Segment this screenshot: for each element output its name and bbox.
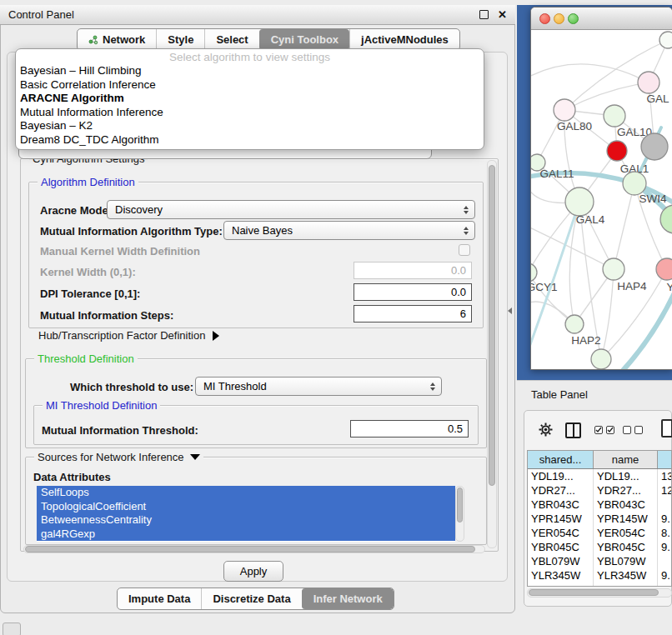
table-cell[interactable]: 9.: [658, 568, 672, 582]
table-cell[interactable]: YBL079W: [594, 554, 658, 568]
column-header-name[interactable]: name: [594, 451, 658, 468]
network-node-unlabeled-bottom[interactable]: [591, 349, 611, 369]
table-cell[interactable]: 9.: [658, 512, 672, 526]
network-edge[interactable]: [564, 82, 649, 110]
table-cell[interactable]: YIL053C: [528, 582, 594, 587]
table-cell[interactable]: YPR145W: [528, 512, 594, 526]
network-canvas[interactable]: GALGAL80GAL10GAL1GAL11SWI4GAL4GCY1HAP4YH…: [531, 29, 672, 370]
attribute-item[interactable]: SelfLoops: [37, 486, 455, 500]
table-row[interactable]: YBR043CYBR043C: [528, 498, 671, 512]
network-node-gal4[interactable]: [565, 188, 594, 216]
aracne-mode-combobox[interactable]: Discovery: [107, 200, 475, 219]
attribute-item[interactable]: gal4RGexp: [37, 528, 455, 542]
table-cell[interactable]: YBR043C: [594, 498, 658, 512]
table-row[interactable]: YPR145WYPR145W9.: [528, 512, 671, 526]
network-node-gal-partial[interactable]: [638, 72, 659, 93]
close-window-icon[interactable]: ✕: [498, 8, 507, 21]
table-cell[interactable]: YBL079W: [528, 554, 594, 568]
which-threshold-combobox[interactable]: MI Threshold: [195, 377, 442, 396]
table-row[interactable]: YDL19...YDL19...13: [528, 469, 671, 483]
table-cell[interactable]: 9.: [658, 540, 672, 554]
network-node-gcy1[interactable]: [531, 263, 537, 282]
settings-horizontal-scrollbar-thumb[interactable]: [25, 546, 475, 552]
split-view-icon[interactable]: [565, 422, 581, 438]
network-node-salmon-partial[interactable]: [656, 258, 672, 280]
sources-toggle[interactable]: Sources for Network Inference: [34, 451, 203, 463]
table-cell[interactable]: YBR043C: [528, 498, 594, 512]
network-node-gal1[interactable]: [607, 141, 627, 161]
table-cell[interactable]: [658, 498, 672, 512]
network-node-hap4[interactable]: [603, 258, 624, 280]
network-edge[interactable]: [614, 183, 634, 269]
tab-impute-data[interactable]: Impute Data: [118, 588, 201, 609]
table-cell[interactable]: 12: [658, 483, 672, 498]
network-node-unlabeled-top[interactable]: [659, 32, 672, 48]
partial-toolbar-icon[interactable]: [661, 419, 672, 438]
column-header-shared-name[interactable]: shared...: [528, 451, 594, 468]
table-cell[interactable]: YER054C: [528, 526, 594, 540]
hub-definition-toggle[interactable]: Hub/Transcription Factor Definition: [38, 329, 219, 342]
tab-select[interactable]: Select: [204, 29, 258, 50]
table-cell[interactable]: 8.: [658, 526, 672, 540]
network-node-gal80[interactable]: [554, 99, 575, 121]
close-traffic-light[interactable]: [539, 13, 550, 24]
network-node-gal10[interactable]: [604, 105, 625, 127]
table-cell[interactable]: YDL19...: [594, 469, 658, 483]
attributes-list-scrollbar-thumb[interactable]: [457, 488, 463, 522]
table-cell[interactable]: YBR045C: [594, 540, 658, 554]
algorithm-option[interactable]: Basic Correlation Inference: [16, 78, 484, 92]
dpi-tolerance-field[interactable]: 0.0: [354, 283, 472, 301]
tab-infer-network[interactable]: Infer Network: [302, 588, 394, 609]
float-window-icon[interactable]: [479, 10, 489, 19]
table-cell[interactable]: YPR145W: [594, 512, 658, 526]
tab-network[interactable]: Network: [78, 29, 156, 50]
table-cell[interactable]: YLR345W: [528, 568, 594, 582]
table-cell[interactable]: YLR345W: [594, 568, 658, 582]
network-node-unlabeled-gray[interactable]: [641, 133, 668, 160]
table-row[interactable]: YER054CYER054C8.: [528, 526, 671, 540]
algorithm-option[interactable]: Bayesian – K2: [16, 119, 484, 133]
table-row[interactable]: YIL053CYIL053C9: [528, 582, 671, 587]
algorithm-option[interactable]: Mutual Information Inference: [16, 106, 484, 120]
zoom-traffic-light[interactable]: [568, 13, 579, 24]
network-edge[interactable]: [601, 269, 614, 359]
network-node-hap2[interactable]: [565, 315, 584, 333]
tab-cyni-toolbox[interactable]: Cyni Toolbox: [259, 29, 349, 50]
mi-type-combobox[interactable]: Naive Bayes: [223, 221, 475, 240]
table-row[interactable]: YBR045CYBR045C9.: [528, 540, 671, 554]
tab-discretize-data[interactable]: Discretize Data: [201, 588, 301, 609]
table-horizontal-scrollbar-thumb[interactable]: [529, 589, 659, 596]
algorithm-option[interactable]: Bayesian – Hill Climbing: [16, 64, 484, 78]
attribute-item[interactable]: TopologicalCoefficient: [37, 500, 455, 514]
panel-collapse-arrow[interactable]: [508, 308, 512, 314]
network-edge[interactable]: [531, 64, 649, 82]
table-cell[interactable]: 13: [658, 469, 672, 483]
table-cell[interactable]: YDR27...: [528, 483, 594, 498]
minimize-traffic-light[interactable]: [554, 13, 564, 24]
column-header-partial[interactable]: [658, 451, 672, 468]
algorithm-option[interactable]: Dream8 DC_TDC Algorithm: [16, 133, 484, 148]
apply-button[interactable]: Apply: [223, 561, 283, 582]
mi-threshold-field[interactable]: 0.5: [350, 420, 469, 438]
mi-steps-field[interactable]: 6: [354, 305, 472, 322]
table-cell[interactable]: YER054C: [594, 526, 658, 540]
select-all-columns-icon[interactable]: [594, 426, 614, 434]
corner-button[interactable]: [3, 622, 21, 635]
tab-style[interactable]: Style: [156, 29, 204, 50]
table-row[interactable]: YBL079WYBL079W: [528, 554, 671, 568]
network-node-swi4[interactable]: [623, 172, 646, 195]
table-cell[interactable]: 9: [658, 582, 672, 587]
table-cell[interactable]: YDL19...: [528, 469, 594, 483]
table-cell[interactable]: YIL053C: [594, 582, 658, 587]
algorithm-option[interactable]: ARACNE Algorithm: [16, 92, 484, 106]
deselect-all-columns-icon[interactable]: [623, 426, 643, 434]
table-cell[interactable]: YBR045C: [528, 540, 594, 554]
settings-vertical-scrollbar-thumb[interactable]: [489, 165, 495, 486]
settings-gear-icon[interactable]: [538, 422, 554, 438]
table-cell[interactable]: YDR27...: [594, 483, 658, 498]
attribute-item[interactable]: BetweennessCentrality: [37, 513, 455, 528]
table-row[interactable]: YLR345WYLR345W9.: [528, 568, 671, 582]
table-cell[interactable]: [658, 554, 672, 568]
table-row[interactable]: YDR27...YDR27...12: [528, 483, 671, 498]
tab-jactivemnodules[interactable]: jActiveMNodules: [349, 29, 459, 50]
